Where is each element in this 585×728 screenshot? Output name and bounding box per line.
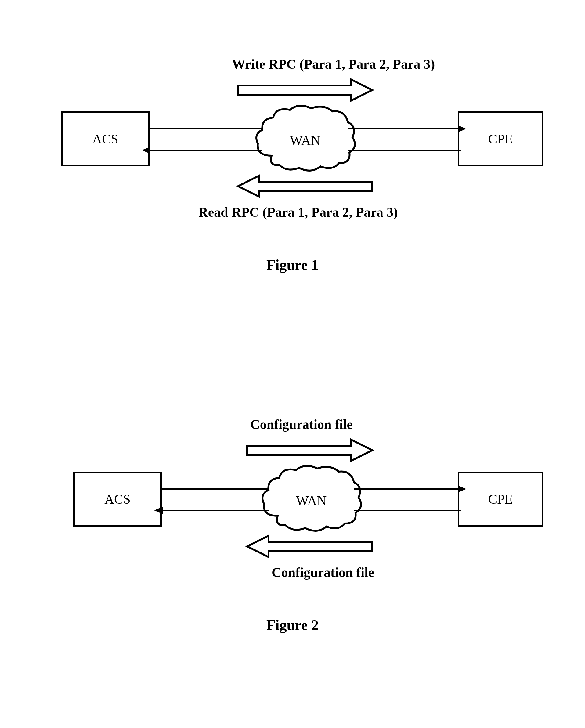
- config-file-bottom-label: Configuration file: [272, 565, 374, 580]
- acs-label: ACS: [92, 131, 118, 147]
- config-file-top-label: Configuration file: [250, 417, 353, 432]
- acs-box: ACS: [73, 472, 162, 526]
- cpe-box: CPE: [458, 472, 543, 526]
- acs-label: ACS: [104, 491, 131, 507]
- block-arrow-right: [244, 438, 375, 463]
- arrowhead-icon: [154, 507, 163, 514]
- wan-cloud: WAN: [259, 461, 363, 537]
- arrowhead-icon: [458, 125, 466, 132]
- connector-line: [162, 488, 269, 490]
- connector-line: [150, 150, 262, 151]
- block-arrow-left: [244, 534, 375, 558]
- connector-line: [162, 510, 269, 511]
- wan-label: WAN: [290, 133, 320, 148]
- cpe-label: CPE: [488, 131, 513, 147]
- block-arrow-left: [235, 174, 375, 199]
- write-rpc-label: Write RPC (Para 1, Para 2, Para 3): [232, 56, 435, 72]
- connector-line: [348, 128, 461, 129]
- figure-2-caption: Figure 2: [0, 617, 585, 633]
- wan-label: WAN: [296, 493, 326, 509]
- cpe-label: CPE: [488, 491, 513, 507]
- figure-1-caption: Figure 1: [0, 256, 585, 273]
- wan-cloud: WAN: [253, 101, 357, 177]
- connector-line: [354, 488, 461, 490]
- block-arrow-right: [235, 78, 375, 102]
- cpe-box: CPE: [458, 111, 543, 166]
- read-rpc-label: Read RPC (Para 1, Para 2, Para 3): [198, 205, 398, 220]
- arrowhead-icon: [458, 485, 466, 493]
- connector-line: [354, 510, 461, 511]
- acs-box: ACS: [61, 111, 150, 166]
- connector-line: [348, 150, 461, 151]
- connector-line: [150, 128, 262, 129]
- arrowhead-icon: [142, 147, 151, 154]
